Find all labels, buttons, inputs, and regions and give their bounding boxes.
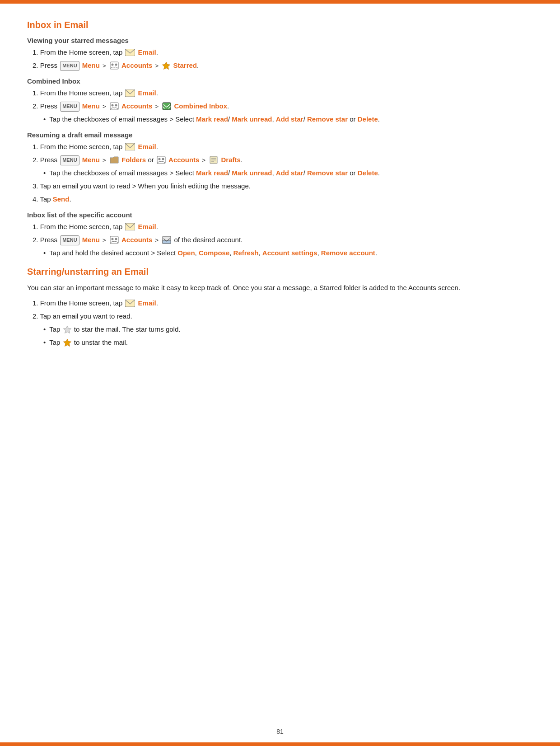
accounts-link-2: Accounts (121, 102, 152, 110)
step-1-starring: 1. From the Home screen, tap Email. (33, 298, 533, 309)
menu-icon-4: MENU (60, 235, 79, 245)
remove-account-link: Remove account (321, 249, 375, 257)
star-gold-icon-1 (162, 61, 170, 70)
accounts-icon-1 (110, 61, 119, 70)
open-link: Open (177, 249, 195, 257)
remove-star-2: Remove star (307, 169, 348, 177)
compose-link: Compose (199, 249, 229, 257)
step-2-starring: 2. Tap an email you want to read. (33, 311, 533, 322)
page-content: Inbox in Email Viewing your starred mess… (0, 4, 560, 386)
delete-1: Delete (358, 115, 378, 123)
folders-link: Folders (121, 156, 146, 164)
bullet-draft-1: Tap the checkboxes of email messages > S… (43, 168, 533, 178)
subheading-combined: Combined Inbox (27, 77, 533, 85)
drafts-icon (209, 156, 218, 164)
remove-star-1: Remove star (307, 115, 348, 123)
svg-point-10 (115, 104, 117, 107)
folder-icon (110, 156, 119, 164)
mark-unread-2: Mark unread (232, 169, 272, 177)
mark-read-1: Mark read (196, 115, 228, 123)
bullet-combined-1: Tap the checkboxes of email messages > S… (43, 114, 533, 125)
email-link-2: Email (138, 89, 156, 97)
accounts-icon-2 (110, 102, 119, 110)
step-4-draft: 4. Tap Send. (33, 194, 533, 205)
star-outline-icon (63, 325, 71, 333)
email-link-1: Email (138, 48, 156, 56)
top-border (0, 0, 560, 4)
email-link-4: Email (138, 223, 156, 230)
mark-unread-1: Mark unread (232, 115, 272, 123)
section-starring: Starring/unstarring an Email You can sta… (27, 267, 533, 348)
svg-point-26 (111, 238, 113, 240)
svg-point-3 (111, 64, 113, 66)
subheading-resuming: Resuming a draft email message (27, 131, 533, 139)
step-1-combined: 1. From the Home screen, tap Email. (33, 88, 533, 99)
drafts-link: Drafts (221, 156, 241, 164)
mark-read-2: Mark read (196, 169, 228, 177)
section-heading-starring: Starring/unstarring an Email (27, 267, 533, 277)
section-inbox-in-email: Inbox in Email Viewing your starred mess… (27, 20, 533, 258)
bullet-star-2: Tap to unstar the mail. (43, 337, 533, 348)
starring-description: You can star an important message to mak… (27, 282, 533, 293)
add-star-2: Add star (276, 169, 303, 177)
section-heading-inbox: Inbox in Email (27, 20, 533, 30)
email-link-3: Email (138, 143, 156, 150)
svg-marker-32 (63, 326, 71, 333)
send-link: Send (53, 195, 70, 203)
svg-rect-2 (110, 62, 118, 69)
add-star-1: Add star (276, 115, 303, 123)
email-icon-2 (125, 89, 135, 97)
email-link-5: Email (138, 299, 156, 307)
svg-rect-29 (163, 240, 171, 244)
svg-marker-33 (63, 339, 71, 347)
accounts-icon-3 (157, 156, 166, 164)
starred-link-1: Starred (173, 61, 197, 69)
delete-2: Delete (358, 169, 378, 177)
step-1-starred: 1. From the Home screen, tap Email. (33, 47, 533, 58)
menu-link-3: Menu (82, 156, 100, 164)
svg-rect-8 (110, 103, 118, 110)
page-number: 81 (276, 728, 284, 735)
account-settings-link: Account settings (262, 249, 317, 257)
step-1-specific: 1. From the Home screen, tap Email. (33, 221, 533, 232)
subsection-combined-inbox: Combined Inbox 1. From the Home screen, … (27, 77, 533, 125)
bullet-specific-1: Tap and hold the desired account > Selec… (43, 248, 533, 258)
svg-point-17 (158, 158, 160, 160)
accounts-icon-4 (110, 236, 119, 244)
svg-point-9 (111, 104, 113, 107)
menu-icon-1: MENU (60, 61, 79, 71)
star-gold-icon-2 (63, 338, 71, 347)
step-2-combined: 2. Press MENU Menu > Accounts > (33, 101, 533, 112)
svg-point-18 (162, 158, 164, 160)
svg-point-27 (115, 238, 117, 240)
accounts-link-4: Accounts (121, 236, 152, 244)
subheading-viewing-starred: Viewing your starred messages (27, 37, 533, 44)
email-icon (125, 49, 135, 56)
svg-rect-25 (110, 236, 118, 244)
bottom-border (0, 742, 560, 746)
bullet-star-1: Tap to star the mail. The star turns gol… (43, 324, 533, 335)
subsection-resuming-draft: Resuming a draft email message 1. From t… (27, 131, 533, 205)
menu-icon-2: MENU (60, 102, 79, 112)
step-2-starred: 2. Press MENU Menu > Accounts > Starred. (33, 60, 533, 71)
combined-inbox-link: Combined Inbox (174, 102, 227, 110)
email-icon-3 (125, 143, 135, 150)
step-3-draft: 3. Tap an email you want to read > When … (33, 181, 533, 192)
step-1-draft: 1. From the Home screen, tap Email. (33, 141, 533, 152)
email-icon-5 (125, 300, 135, 307)
menu-icon-3: MENU (60, 155, 79, 165)
subheading-inbox-specific: Inbox list of the specific account (27, 211, 533, 219)
step-2-draft: 2. Press MENU Menu > Folders or Accounts (33, 155, 533, 165)
svg-rect-11 (163, 103, 171, 110)
menu-link-1: Menu (82, 61, 100, 69)
accounts-link-3: Accounts (168, 156, 199, 164)
email-icon-4 (125, 223, 135, 230)
svg-rect-16 (157, 156, 165, 164)
inbox-account-icon (162, 236, 171, 244)
refresh-link: Refresh (233, 249, 259, 257)
subsection-viewing-starred: Viewing your starred messages 1. From th… (27, 37, 533, 71)
subsection-inbox-specific: Inbox list of the specific account 1. Fr… (27, 211, 533, 258)
combined-inbox-icon (162, 102, 171, 110)
menu-link-4: Menu (82, 236, 100, 244)
accounts-link-1: Accounts (121, 61, 152, 69)
